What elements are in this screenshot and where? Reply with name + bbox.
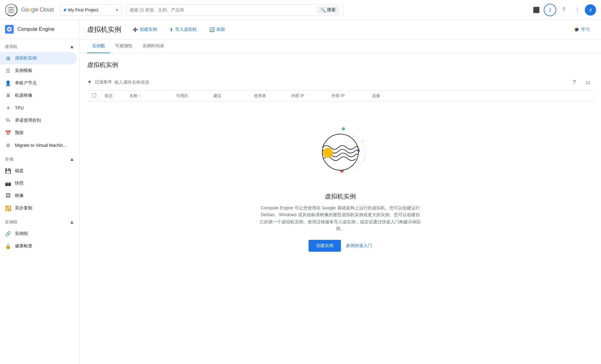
disks-icon: 💾 <box>5 168 11 174</box>
sidebar-item-hc-label: 健康检查 <box>15 243 32 249</box>
sidebar-section-ig-label: 实例组 <box>5 219 18 225</box>
hamburger-icon <box>8 7 14 12</box>
project-selector[interactable]: My First Project ▾ <box>60 4 122 16</box>
sidebar-item-vm-instances-label: 虚拟机实例 <box>15 55 37 61</box>
col-header-zone: 可用区 <box>176 93 213 99</box>
sidebar-item-disks-label: 磁盘 <box>15 168 24 174</box>
create-instance-button[interactable]: ➕ 创建实例 <box>129 25 161 34</box>
notification-button[interactable]: 2 <box>544 4 556 16</box>
sidebar-header: Compute Engine <box>0 20 79 39</box>
sidebar-item-snapshots[interactable]: 📷 快照 <box>0 177 77 189</box>
help-filter-button[interactable]: ? <box>569 77 580 88</box>
images-icon: 🖼 <box>5 193 11 199</box>
sidebar-item-instance-groups[interactable]: 🔗 实例组 <box>0 227 77 240</box>
sidebar-item-disks[interactable]: 💾 磁盘 <box>0 165 77 177</box>
help-button[interactable]: ? <box>557 4 570 16</box>
learn-more-link[interactable]: 参阅快速入门 <box>346 243 372 249</box>
refresh-icon: 🔄 <box>209 27 215 32</box>
tab-observability[interactable]: 可观测性 <box>110 40 137 53</box>
learn-more-label: 参阅快速入门 <box>346 243 372 248</box>
select-all-checkbox[interactable] <box>92 93 105 98</box>
svg-point-10 <box>342 127 345 130</box>
svg-rect-7 <box>7 30 7 30</box>
sidebar-item-images[interactable]: 🖼 映像 <box>0 189 77 202</box>
sidebar-item-migrate[interactable]: ⚙ Migrate to Virtual Machin... <box>0 139 77 152</box>
search-bar: 🔍 搜索 <box>126 4 343 16</box>
sidebar-section-instance-groups: 实例组 ▲ 🔗 实例组 🔒 健康检查 <box>0 217 79 252</box>
table-header: 状态 名称 ↑ 可用区 建议 使用者 内部 IP <box>87 91 594 101</box>
tab-instances-label: 实例数 <box>92 43 105 48</box>
content-area: 虚拟机实例 ➕ 创建实例 ⬇ 导入虚拟机 🔄 刷新 <box>80 20 601 364</box>
sidebar-item-committed-use[interactable]: % 承诺使用折扣 <box>0 114 77 127</box>
notification-count: 2 <box>549 7 551 12</box>
project-name: My First Project <box>68 7 114 12</box>
tab-instances[interactable]: 实例数 <box>87 40 110 53</box>
google-cloud-logo[interactable]: Google Cloud <box>21 7 54 13</box>
search-button-label: 搜索 <box>327 7 336 13</box>
tab-schedule[interactable]: 实例时间表 <box>137 40 169 53</box>
sidebar-section-vm-label: 虚拟机 <box>5 44 18 49</box>
refresh-button[interactable]: 🔄 刷新 <box>206 25 229 34</box>
checkbox-all[interactable] <box>92 93 96 97</box>
col-header-status: 状态 <box>105 93 129 99</box>
sidebar-item-machine-images[interactable]: 🖥 机器映像 <box>0 89 77 102</box>
col-header-suggestion: 建议 <box>213 93 254 99</box>
help-circle-icon: ? <box>573 79 576 86</box>
avatar[interactable]: d <box>585 4 596 16</box>
filter-input[interactable] <box>114 80 566 85</box>
top-header: Google Cloud My First Project ▾ 🔍 搜索 ⬛ 2… <box>0 0 601 20</box>
col-header-internal-ip: 内部 IP <box>291 93 332 99</box>
main-layout: Compute Engine 虚拟机 ▲ ⊞ 虚拟机实例 ☰ 实例模板 👤 单租… <box>0 20 601 364</box>
page-actions: ➕ 创建实例 ⬇ 导入虚拟机 🔄 刷新 <box>129 25 229 34</box>
tab-schedule-label: 实例时间表 <box>142 43 164 48</box>
sidebar-item-async-replication[interactable]: 🔁 异步复制 <box>0 202 77 214</box>
svg-rect-4 <box>9 31 9 32</box>
col-header-external-ip: 外部 IP <box>332 93 372 99</box>
terminal-button[interactable]: ⬛ <box>530 4 543 16</box>
sidebar-item-machine-images-label: 机器映像 <box>15 93 32 98</box>
create-icon: ➕ <box>133 27 138 32</box>
header-actions: ⬛ 2 ? ⋮ d <box>530 4 596 16</box>
import-vm-button[interactable]: ⬇ 导入虚拟机 <box>166 25 201 34</box>
sole-tenant-icon: 👤 <box>5 80 11 86</box>
sidebar-item-tpu[interactable]: ✳ TPU <box>0 102 77 114</box>
columns-button[interactable]: ⚏ <box>582 77 594 88</box>
sidebar-title: Compute Engine <box>17 26 54 32</box>
empty-state: 虚拟机实例 Compute Engine 可让您使用在 Google 基础架构上… <box>87 101 594 267</box>
migrate-icon: ⚙ <box>5 142 11 148</box>
learn-label: 学习 <box>581 27 590 32</box>
sidebar-section-vm-header[interactable]: 虚拟机 ▲ <box>0 41 79 52</box>
svg-rect-2 <box>9 27 9 27</box>
sidebar-item-sole-tenant[interactable]: 👤 单租户节点 <box>0 77 77 89</box>
search-input[interactable] <box>130 7 314 12</box>
inner-content: 虚拟机实例 ▼ 过滤条件 ? ⚏ <box>80 53 601 274</box>
empty-illustration <box>309 116 371 185</box>
search-icon: 🔍 <box>320 7 326 12</box>
collapse-ig-icon: ▲ <box>69 219 74 225</box>
instance-templates-icon: ☰ <box>5 68 11 74</box>
inner-title: 虚拟机实例 <box>87 61 594 69</box>
avatar-label: d <box>589 7 592 12</box>
sidebar-item-committed-use-label: 承诺使用折扣 <box>15 118 41 123</box>
empty-create-instance-button[interactable]: 创建实例 <box>309 240 341 252</box>
sidebar-item-reservations[interactable]: 📅 预留 <box>0 127 77 139</box>
hamburger-menu-button[interactable] <box>5 4 17 16</box>
sidebar-item-instance-templates[interactable]: ☰ 实例模板 <box>0 64 77 77</box>
sidebar-section-ig-header[interactable]: 实例组 ▲ <box>0 217 79 227</box>
import-icon: ⬇ <box>170 27 173 32</box>
logo-text: Google Cloud <box>21 7 54 13</box>
sidebar-section-storage-header[interactable]: 存储 ▲ <box>0 154 79 165</box>
learn-button[interactable]: 🎓 学习 <box>570 25 594 34</box>
refresh-label: 刷新 <box>217 27 225 32</box>
col-header-name[interactable]: 名称 ↑ <box>129 93 176 99</box>
sidebar-item-vm-instances[interactable]: ⊞ 虚拟机实例 <box>0 52 77 64</box>
svg-rect-3 <box>10 27 10 27</box>
search-button[interactable]: 🔍 搜索 <box>317 6 339 14</box>
project-dot-icon <box>64 9 66 11</box>
sidebar-item-health-checks[interactable]: 🔒 健康检查 <box>0 240 77 252</box>
more-options-button[interactable]: ⋮ <box>571 4 584 16</box>
svg-rect-1 <box>8 28 10 30</box>
async-replication-icon: 🔁 <box>5 205 11 211</box>
svg-rect-9 <box>11 30 12 30</box>
sidebar-item-instance-templates-label: 实例模板 <box>15 68 32 73</box>
